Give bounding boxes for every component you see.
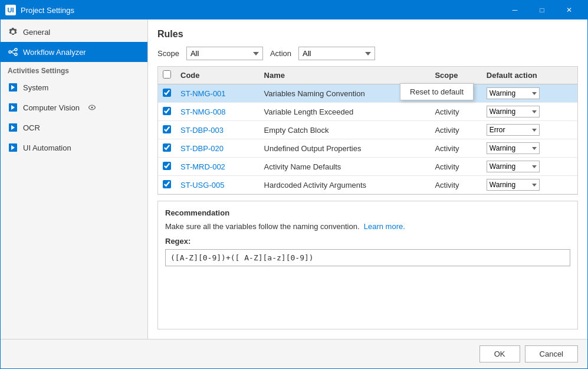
scope-label: Scope	[157, 49, 179, 58]
row-code: ST-NMG-001	[176, 84, 259, 103]
row-scope: Activity	[430, 158, 481, 176]
sidebar-item-ocr-label: OCR	[23, 123, 40, 132]
project-settings-window: UI Project Settings ─ □ ✕ General	[0, 0, 588, 369]
row-code: ST-DBP-020	[176, 139, 259, 158]
regex-input[interactable]	[165, 249, 570, 266]
filters-row: Scope All Activity Workflow Action All W…	[157, 47, 578, 60]
cancel-button[interactable]: Cancel	[525, 345, 578, 363]
col-name: Name	[259, 67, 431, 84]
code-link[interactable]: ST-DBP-003	[180, 126, 224, 135]
row-checkbox-cell	[158, 103, 176, 121]
table-row[interactable]: ST-NMG-008 Variable Length Exceeded Acti…	[158, 103, 577, 121]
svg-point-2	[15, 53, 17, 55]
table-row[interactable]: ST-DBP-003 Empty Catch Block Activity Wa…	[158, 121, 577, 139]
regex-label: Regex:	[165, 237, 570, 246]
col-code: Code	[176, 67, 259, 84]
sidebar-item-ocr[interactable]: OCR	[1, 117, 147, 138]
sidebar-item-system-label: System	[23, 83, 48, 92]
svg-point-1	[15, 48, 17, 51]
action-dropdown[interactable]: WarningErrorInfo	[487, 161, 540, 172]
code-link[interactable]: ST-NMG-001	[180, 89, 226, 98]
svg-point-0	[9, 51, 11, 53]
rules-table: Code Name Scope Default action ST-NMG-00…	[158, 67, 577, 194]
activities-settings-header: Activities Settings	[1, 62, 147, 77]
row-action: WarningErrorInfo	[482, 121, 577, 139]
col-default-action: Default action	[482, 67, 577, 84]
row-scope: Activity	[430, 139, 481, 158]
row-code: ST-DBP-003	[176, 121, 259, 139]
action-dropdown[interactable]: WarningErrorInfo	[487, 142, 540, 154]
row-checkbox[interactable]	[163, 143, 171, 152]
row-action: WarningErrorInfo	[482, 139, 577, 158]
row-checkbox-cell	[158, 176, 176, 194]
table-row[interactable]: ST-MRD-002 Activity Name Defaults Activi…	[158, 158, 577, 176]
row-code: ST-MRD-002	[176, 158, 259, 176]
code-link[interactable]: ST-USG-005	[180, 181, 224, 190]
svg-line-3	[11, 50, 15, 52]
ocr-arrow-icon	[8, 122, 18, 133]
learn-more-link[interactable]: Learn more.	[364, 222, 405, 231]
gear-icon	[8, 27, 18, 37]
window-controls: ─ □ ✕	[501, 1, 583, 19]
row-name: Empty Catch Block	[259, 121, 431, 139]
code-link[interactable]: ST-DBP-020	[180, 144, 224, 153]
maximize-button[interactable]: □	[528, 1, 556, 19]
row-scope: Activity	[430, 176, 481, 194]
action-select[interactable]: All Warning Error Info	[298, 47, 375, 60]
row-checkbox[interactable]	[163, 89, 171, 97]
row-action: WarningErrorInfo	[482, 158, 577, 176]
row-checkbox[interactable]	[163, 162, 171, 170]
recommendation-title: Recommendation	[165, 208, 570, 217]
action-label: Action	[270, 49, 291, 58]
bottom-bar: OK Cancel	[1, 339, 587, 368]
sidebar-item-workflow-label: Workflow Analyzer	[23, 48, 86, 57]
sidebar-item-general-label: General	[23, 28, 50, 37]
main-panel: Rules Scope All Activity Workflow Action…	[148, 19, 587, 339]
ui-automation-arrow-icon	[8, 142, 18, 153]
sidebar-item-workflow-analyzer[interactable]: Workflow Analyzer	[1, 42, 147, 62]
title-bar: UI Project Settings ─ □ ✕	[1, 1, 587, 19]
recommendation-text: Make sure all the variables follow the n…	[165, 222, 570, 231]
action-dropdown[interactable]: WarningErrorInfo	[487, 179, 540, 191]
sidebar-item-ui-automation-label: UI Automation	[23, 143, 71, 152]
sidebar-item-general[interactable]: General	[1, 22, 147, 42]
table-row[interactable]: ST-USG-005 Hardcoded Activity Arguments …	[158, 176, 577, 194]
ok-button[interactable]: OK	[479, 345, 520, 363]
close-button[interactable]: ✕	[556, 1, 583, 19]
action-dropdown[interactable]: WarningErrorInfo	[487, 87, 540, 99]
eye-icon	[87, 102, 97, 113]
row-name: Activity Name Defaults	[259, 158, 431, 176]
row-checkbox-cell	[158, 158, 176, 176]
minimize-button[interactable]: ─	[501, 1, 528, 19]
table-row[interactable]: ST-DBP-020 Undefined Output Properties A…	[158, 139, 577, 158]
row-checkbox[interactable]	[163, 107, 171, 115]
select-all-checkbox[interactable]	[163, 70, 171, 79]
code-link[interactable]: ST-NMG-008	[180, 107, 226, 116]
app-icon-text: UI	[8, 6, 14, 14]
app-icon: UI	[5, 5, 16, 15]
context-menu-reset-to-default[interactable]: Reset to default	[400, 84, 473, 100]
scope-select[interactable]: All Activity Workflow	[186, 47, 263, 60]
code-link[interactable]: ST-MRD-002	[180, 162, 225, 171]
svg-line-4	[11, 52, 15, 54]
recommendation-section: Recommendation Make sure all the variabl…	[157, 201, 578, 329]
row-code: ST-USG-005	[176, 176, 259, 194]
row-code: ST-NMG-008	[176, 103, 259, 121]
row-checkbox[interactable]	[163, 180, 171, 188]
row-checkbox-cell	[158, 139, 176, 158]
sidebar-item-ui-automation[interactable]: UI Automation	[1, 138, 147, 158]
sidebar-item-computer-vision[interactable]: Computer Vision	[1, 97, 147, 117]
row-action: WarningErrorInfo	[482, 176, 577, 194]
row-action: WarningErrorInfo	[482, 103, 577, 121]
row-scope: Activity	[430, 121, 481, 139]
row-checkbox[interactable]	[163, 125, 171, 133]
svg-point-9	[91, 107, 93, 109]
sidebar-item-system[interactable]: System	[1, 77, 147, 97]
row-name: Undefined Output Properties	[259, 139, 431, 158]
action-dropdown[interactable]: WarningErrorInfo	[487, 106, 540, 117]
content-area: General Workflow Analyzer Activities Set…	[1, 19, 587, 339]
action-dropdown[interactable]: WarningErrorInfo	[487, 124, 540, 136]
row-name: Hardcoded Activity Arguments	[259, 176, 431, 194]
computer-vision-arrow-icon	[8, 102, 18, 113]
table-row[interactable]: ST-NMG-001 Variables Naming Convention A…	[158, 84, 577, 103]
